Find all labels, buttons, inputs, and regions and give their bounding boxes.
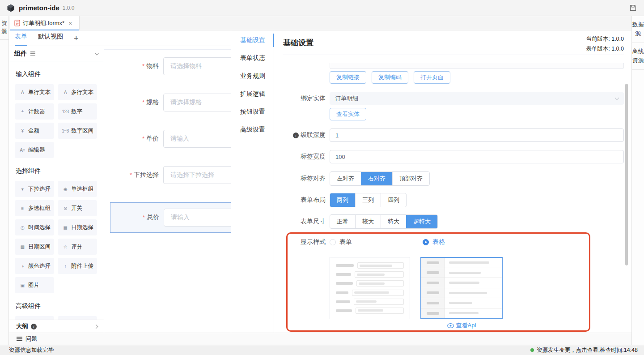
components-sidebar: 组件 输入组件 A单行文本 A多行文本 ±计数器 123数字 ¥金额 1~3数字… <box>9 46 104 333</box>
counter-icon: ± <box>18 109 26 114</box>
unit-price-input[interactable]: 请输入 <box>163 130 231 148</box>
component-tile-image[interactable]: ▣图片 <box>15 277 54 293</box>
component-tile-date-picker[interactable]: ▦日期选择 <box>58 219 97 235</box>
bind-entity-select[interactable]: 订单明细 <box>330 92 624 105</box>
copy-link-button[interactable]: 复制链接 <box>330 71 366 84</box>
align-top-option[interactable]: 顶部对齐 <box>392 172 429 185</box>
settings-nav-basic[interactable]: 基础设置 <box>231 31 274 49</box>
settings-nav-form-state[interactable]: 表单状态 <box>231 49 274 67</box>
upload-icon: ↑ <box>61 264 69 269</box>
single-line-text-icon: A <box>18 90 26 95</box>
display-style-table-radio[interactable]: 表格 <box>423 238 445 246</box>
component-tile-color-picker[interactable]: ◑颜色选择 <box>15 258 54 274</box>
chevron-down-icon[interactable] <box>95 51 99 55</box>
title-bar: primeton-ide 1.0.0 <box>0 0 644 16</box>
image-icon: ▣ <box>18 283 26 288</box>
problems-panel-header[interactable]: 问题 <box>9 333 631 345</box>
component-tile-amount[interactable]: ¥金额 <box>15 123 54 139</box>
copy-code-button[interactable]: 复制编码 <box>372 71 408 84</box>
canvas-field-dropdown[interactable]: *下拉选择 请选择下拉选择 <box>104 166 231 184</box>
component-tile-dropdown[interactable]: ▾下拉选择 <box>15 181 54 197</box>
checkbox-group-icon: ≡ <box>18 206 26 211</box>
radio-group-icon: ◉ <box>61 187 69 192</box>
eye-icon <box>447 323 454 328</box>
resource-change-notice[interactable]: 资源发生变更，点击查看,检查时间:14:48 <box>530 346 638 354</box>
settings-scrollbar[interactable] <box>625 84 628 265</box>
size-xlarge-option[interactable]: 特大 <box>381 215 406 228</box>
size-normal-option[interactable]: 正常 <box>330 215 355 228</box>
component-tile-clipped[interactable] <box>58 316 97 320</box>
sidebar-tab-offline-resources[interactable]: 离线资源 <box>632 43 644 70</box>
canvas-field-material[interactable]: *物料 请选择物料 <box>104 57 231 75</box>
component-tile-radio-group[interactable]: ◉单选框组 <box>58 181 97 197</box>
settings-nav: 基础设置 表单状态 业务规则 扩展逻辑 按钮设置 高级设置 <box>231 30 274 333</box>
component-tile-single-line-text[interactable]: A单行文本 <box>15 84 54 100</box>
component-tile-clipped[interactable] <box>15 316 54 320</box>
editor-tab-order-detail[interactable]: 订单明细.formx* × <box>10 16 80 30</box>
clipped-url-input[interactable] <box>330 63 624 69</box>
view-api-link[interactable]: 查看Api <box>447 321 476 329</box>
sidebar-tab-resources[interactable]: 资源 <box>0 16 8 40</box>
open-page-button[interactable]: 打开页面 <box>414 71 450 84</box>
outline-panel-header[interactable]: 大纲 <box>9 320 104 333</box>
component-tile-rating[interactable]: ☆评分 <box>58 239 97 255</box>
canvas-field-spec[interactable]: *规格 请选择规格 <box>104 94 231 111</box>
size-xxlarge-option[interactable]: 超特大 <box>406 215 437 228</box>
settings-title: 基础设置 <box>283 38 314 48</box>
canvas-field-unit-price[interactable]: *单价 请输入 <box>104 130 231 148</box>
four-column-option[interactable]: 四列 <box>381 193 406 207</box>
add-view-button[interactable]: + <box>74 34 79 46</box>
align-left-option[interactable]: 左对齐 <box>330 172 361 185</box>
component-tile-multi-line-text[interactable]: A多行文本 <box>58 84 97 100</box>
outline-title: 大纲 <box>16 322 28 330</box>
display-style-label: 显示样式 <box>283 238 326 246</box>
view-entity-button[interactable]: 查看实体 <box>330 108 366 120</box>
field-label: 物料 <box>146 62 159 69</box>
total-price-input[interactable]: 请输入 <box>164 209 231 227</box>
settings-nav-button-settings[interactable]: 按钮设置 <box>231 103 274 121</box>
display-style-form-radio[interactable]: 表单 <box>330 238 423 246</box>
tab-form[interactable]: 表单 <box>15 33 27 46</box>
selected-field-highlight[interactable]: *总价 请输入 <box>110 202 231 233</box>
bind-entity-value: 订单明细 <box>335 94 358 103</box>
component-tile-time-picker[interactable]: ◷时间选择 <box>15 219 54 235</box>
size-large-option[interactable]: 较大 <box>355 215 381 228</box>
two-column-option[interactable]: 两列 <box>330 193 355 207</box>
tab-default-view[interactable]: 默认视图 <box>38 33 63 46</box>
clock-icon: ◷ <box>18 225 26 230</box>
material-input[interactable]: 请选择物料 <box>163 57 231 75</box>
component-tile-checkbox-group[interactable]: ≡多选框组 <box>15 200 54 216</box>
settings-nav-extension-logic[interactable]: 扩展逻辑 <box>231 85 274 103</box>
switch-icon: ⊙ <box>61 206 69 211</box>
component-tile-counter[interactable]: ±计数器 <box>15 103 54 120</box>
settings-nav-advanced[interactable]: 高级设置 <box>231 121 274 139</box>
multi-line-text-icon: A <box>61 90 69 95</box>
field-label: 总价 <box>147 214 159 221</box>
align-right-option[interactable]: 右对齐 <box>361 172 392 185</box>
component-tile-attachment-upload[interactable]: ↑附件上传 <box>58 258 97 274</box>
label-width-input[interactable] <box>330 150 624 163</box>
component-tile-number[interactable]: 123数字 <box>58 103 97 120</box>
components-title: 组件 <box>14 50 27 58</box>
canvas-field-total-price[interactable]: *总价 请输入 <box>110 209 231 227</box>
chevron-right-icon[interactable] <box>94 324 98 329</box>
close-icon[interactable]: × <box>68 20 72 26</box>
sidebar-tab-datasource[interactable]: 数据源 <box>632 16 644 43</box>
required-mark: * <box>143 214 145 221</box>
component-tile-editor[interactable]: A≡编辑器 <box>15 142 54 158</box>
save-button[interactable] <box>628 3 638 13</box>
component-tile-number-range[interactable]: 1~3数字区间 <box>58 123 97 139</box>
settings-nav-business-rules[interactable]: 业务规则 <box>231 67 274 85</box>
three-column-option[interactable]: 三列 <box>355 193 381 207</box>
component-tile-switch[interactable]: ⊙开关 <box>58 200 97 216</box>
cascade-depth-input[interactable] <box>330 128 624 142</box>
problems-label: 问题 <box>25 335 37 343</box>
dropdown-input[interactable]: 请选择下拉选择 <box>163 166 231 184</box>
spec-input[interactable]: 请选择规格 <box>163 94 231 111</box>
table-style-preview[interactable] <box>420 257 503 319</box>
components-header[interactable]: 组件 <box>9 46 104 61</box>
section-select-components: 选择组件 <box>16 167 98 175</box>
workspace: 表单 默认视图 + 组件 输入组件 A单行文本 A多行 <box>9 30 631 333</box>
component-tile-date-range[interactable]: ▩日期区间 <box>15 239 54 255</box>
form-style-preview[interactable] <box>330 257 410 319</box>
